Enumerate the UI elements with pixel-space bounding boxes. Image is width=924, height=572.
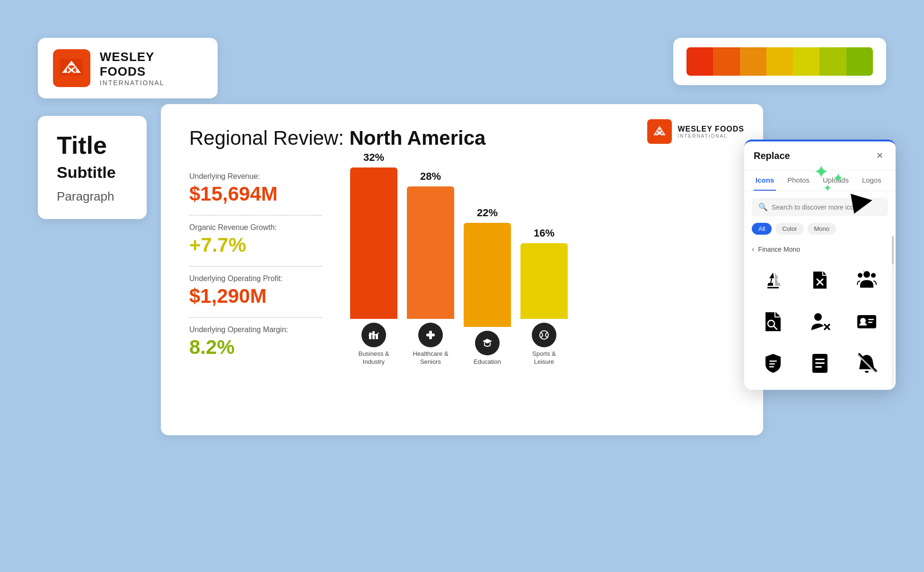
icon-document-search[interactable]: [752, 303, 795, 341]
bar-label-2: Healthcare &Seniors: [413, 323, 448, 366]
icon-shield-document[interactable]: [752, 344, 795, 382]
bar-pct-1: 32%: [363, 151, 384, 164]
bar-2: [407, 186, 454, 319]
icon-recycle[interactable]: [752, 261, 795, 299]
bar-text-4: Sports &Leisure: [532, 350, 556, 366]
wf-logo-inline: WESLEY FOODS INTERNATIONAL: [647, 119, 744, 144]
tab-photos[interactable]: Photos: [785, 170, 811, 191]
bar-label-4: Sports &Leisure: [532, 323, 556, 366]
icon-user-x[interactable]: [799, 303, 842, 341]
metric-growth-value: +7.7%: [189, 234, 322, 256]
filter-color[interactable]: Color: [775, 223, 803, 235]
search-bar[interactable]: 🔍: [752, 198, 888, 216]
wf-company-sub: INTERNATIONAL: [678, 133, 744, 139]
svg-rect-29: [769, 363, 775, 365]
swatch-1[interactable]: [686, 47, 713, 76]
bar-group-1: 32% Business &Industry: [350, 151, 397, 366]
search-input[interactable]: [772, 203, 881, 211]
swatch-5[interactable]: [793, 47, 819, 76]
type-subtitle-label: Subtitle: [57, 163, 128, 182]
metrics-and-chart: Underlying Revenue: $15,694M Organic Rev…: [189, 172, 735, 371]
panel-tabs: Icons Photos Uploads Logos: [744, 170, 896, 191]
swatch-3[interactable]: [740, 47, 766, 76]
svg-point-17: [871, 273, 876, 278]
bar-text-2: Healthcare &Seniors: [413, 350, 448, 366]
bar-icon-4: [532, 323, 556, 347]
svg-rect-27: [868, 322, 872, 323]
metric-profit-value: $1,290M: [189, 285, 322, 308]
metrics-list: Underlying Revenue: $15,694M Organic Rev…: [189, 172, 322, 368]
svg-point-15: [863, 271, 870, 278]
company-subtitle: INTERNATIONAL: [100, 79, 202, 87]
category-label: Finance Mono: [758, 246, 800, 253]
bar-icon-2: [418, 323, 443, 347]
svg-rect-28: [769, 361, 777, 362]
bar-group-3: 22% Education: [464, 207, 511, 366]
swatch-7[interactable]: [846, 47, 873, 76]
metric-revenue-value: $15,694M: [189, 183, 322, 205]
tab-icons[interactable]: Icons: [754, 170, 776, 191]
scrollbar-thumb[interactable]: [892, 236, 894, 264]
bar-text-1: Business &Industry: [358, 350, 389, 366]
swatch-6[interactable]: [819, 47, 846, 76]
filter-all[interactable]: All: [752, 223, 772, 235]
search-icon: 🔍: [758, 202, 768, 211]
bar-pct-2: 28%: [420, 170, 441, 183]
tab-logos[interactable]: Logos: [860, 170, 883, 191]
metric-growth-label: Organic Revenue Growth:: [189, 223, 322, 232]
scrollbar-track: [892, 236, 894, 386]
metric-margin-value: 8.2%: [189, 336, 322, 359]
swatch-2[interactable]: [713, 47, 739, 76]
icon-contact-card[interactable]: [845, 303, 888, 341]
bar-icon-3: [475, 331, 500, 355]
main-content: WESLEY FOODS INTERNATIONAL Regional Revi…: [161, 104, 763, 435]
palette-strip: [686, 47, 873, 76]
icon-list-document[interactable]: [799, 344, 842, 382]
metric-revenue: Underlying Revenue: $15,694M: [189, 172, 322, 205]
svg-rect-26: [868, 319, 874, 320]
bar-icon-1: [361, 323, 386, 347]
type-paragraph-label: Paragraph: [57, 189, 128, 204]
type-title-label: Title: [57, 131, 128, 159]
logo-card: WESLEY FOODS INTERNATIONAL: [38, 38, 218, 98]
panel-title: Replace: [754, 150, 790, 161]
replace-panel: Replace ✕ Icons Photos Uploads Logos 🔍 A…: [744, 140, 896, 390]
metric-margin: Underlying Operating Margin: 8.2%: [189, 326, 322, 359]
bar-4: [520, 243, 568, 319]
swatch-4[interactable]: [766, 47, 793, 76]
icon-no-bell[interactable]: [845, 344, 888, 382]
metric-revenue-label: Underlying Revenue:: [189, 172, 322, 181]
svg-rect-30: [769, 366, 774, 368]
icon-group-meeting[interactable]: [845, 261, 888, 299]
close-button[interactable]: ✕: [873, 149, 886, 162]
svg-rect-34: [815, 366, 822, 368]
bar-3: [464, 223, 511, 327]
svg-point-12: [540, 331, 548, 339]
icons-grid: [744, 257, 896, 390]
palette-card: [673, 38, 886, 85]
company-name: WESLEY FOODS: [100, 50, 202, 79]
bars-area: 32% Business &Industry: [350, 172, 735, 371]
bar-label-3: Education: [474, 331, 501, 366]
svg-rect-24: [857, 315, 876, 328]
bar-pct-4: 16%: [534, 227, 554, 239]
filter-tabs: All Color Mono: [744, 223, 896, 241]
wf-icon: [647, 119, 672, 144]
svg-rect-7: [369, 333, 371, 339]
svg-rect-32: [815, 359, 825, 360]
svg-point-21: [814, 313, 822, 321]
metric-profit-label: Underlying Operating Profit:: [189, 274, 322, 283]
filter-mono[interactable]: Mono: [808, 223, 836, 235]
bar-pct-3: 22%: [477, 207, 498, 219]
logo-icon: [53, 49, 90, 87]
back-arrow-icon[interactable]: ‹: [752, 245, 754, 254]
tab-uploads[interactable]: Uploads: [821, 170, 851, 191]
bar-label-1: Business &Industry: [358, 323, 389, 366]
bar-chart: 32% Business &Industry: [350, 172, 735, 371]
svg-rect-33: [815, 362, 825, 364]
wf-text-block: WESLEY FOODS INTERNATIONAL: [678, 125, 744, 139]
icon-file-x[interactable]: [799, 261, 842, 299]
svg-rect-11: [426, 334, 435, 336]
category-header: ‹ Finance Mono: [744, 241, 896, 257]
bar-1: [350, 167, 397, 319]
